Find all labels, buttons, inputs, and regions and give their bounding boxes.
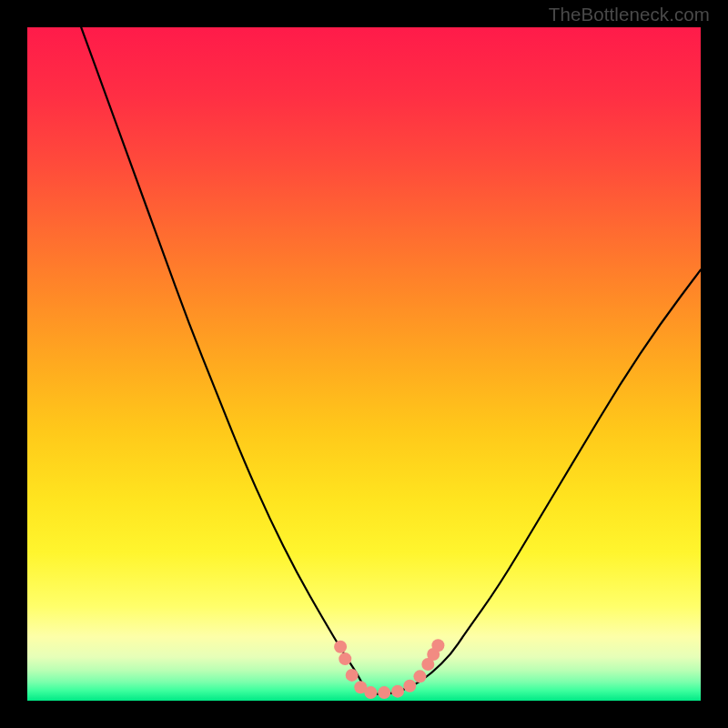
chart-frame: TheBottleneck.com xyxy=(0,0,728,728)
highlight-markers xyxy=(334,639,444,699)
plot-area xyxy=(27,27,701,701)
marker-dot xyxy=(413,670,426,682)
marker-dot xyxy=(431,639,444,652)
bottleneck-curve xyxy=(81,27,701,694)
marker-dot xyxy=(391,685,404,698)
marker-dot xyxy=(334,641,347,653)
marker-dot xyxy=(403,680,416,693)
watermark-text: TheBottleneck.com xyxy=(549,4,710,25)
marker-dot xyxy=(364,686,377,699)
curve-layer xyxy=(27,27,701,701)
marker-dot xyxy=(346,669,359,682)
marker-dot xyxy=(378,686,390,699)
marker-dot xyxy=(339,652,351,665)
